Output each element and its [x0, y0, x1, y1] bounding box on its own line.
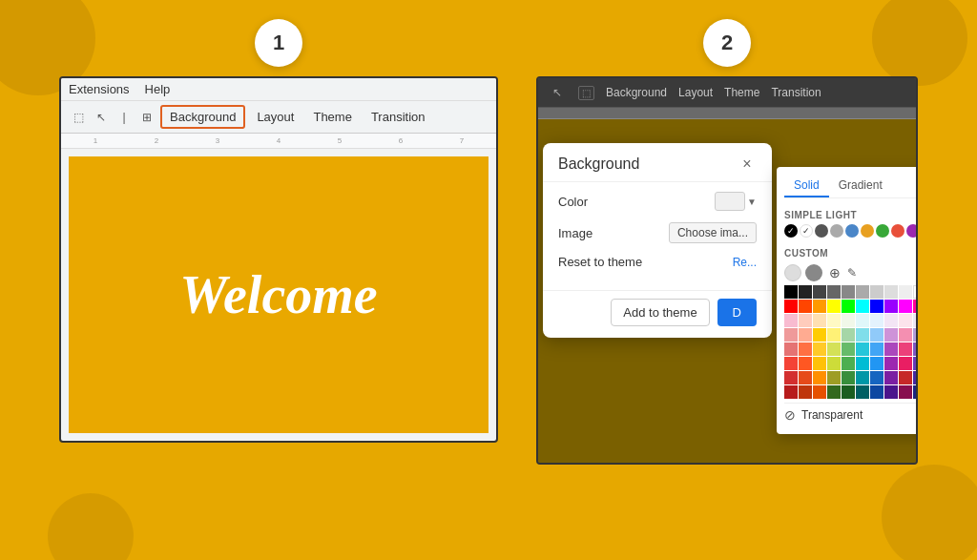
grid-swatch[interactable] [870, 385, 883, 399]
grid-swatch[interactable] [827, 385, 841, 399]
grid-swatch[interactable] [827, 371, 841, 384]
grid-swatch[interactable] [913, 300, 918, 313]
tab-gradient[interactable]: Gradient [829, 175, 892, 197]
grid-swatch[interactable] [856, 328, 869, 342]
grid-swatch[interactable] [899, 300, 912, 313]
grid-swatch[interactable] [827, 342, 841, 356]
grid-swatch[interactable] [913, 328, 918, 342]
grid-swatch[interactable] [842, 285, 855, 299]
grid-swatch[interactable] [913, 285, 918, 299]
swatch-dark-gray[interactable] [815, 224, 828, 238]
grid-swatch[interactable] [856, 385, 869, 399]
grid-swatch[interactable] [870, 314, 883, 327]
grid-swatch[interactable] [799, 371, 812, 384]
grid-swatch[interactable] [799, 285, 812, 299]
grid-swatch[interactable] [813, 285, 826, 299]
color-preview[interactable] [715, 192, 745, 211]
grid-swatch[interactable] [813, 342, 826, 356]
grid-swatch[interactable] [799, 357, 812, 370]
grid-swatch[interactable] [913, 342, 918, 356]
layout-button[interactable]: Layout [249, 107, 301, 127]
grid-swatch[interactable] [884, 371, 898, 384]
grid-swatch[interactable] [827, 285, 841, 299]
grid-swatch[interactable] [799, 385, 812, 399]
grid-swatch[interactable] [799, 314, 812, 327]
grid-swatch[interactable] [870, 357, 883, 370]
swatch-white[interactable]: ✓ [800, 224, 813, 238]
menu-extensions[interactable]: Extensions [69, 82, 130, 96]
grid-swatch[interactable] [784, 385, 798, 399]
grid-swatch[interactable] [799, 328, 812, 342]
grid-swatch[interactable] [856, 371, 869, 384]
grid-swatch[interactable] [813, 357, 826, 370]
grid-swatch[interactable] [842, 314, 855, 327]
done-button[interactable]: D [717, 299, 757, 326]
grid-swatch[interactable] [884, 285, 898, 299]
grid-swatch[interactable] [842, 342, 855, 356]
grid-swatch[interactable] [827, 357, 841, 370]
choose-image-button[interactable]: Choose ima... [669, 222, 757, 243]
theme-button[interactable]: Theme [305, 107, 359, 127]
grid-swatch[interactable] [884, 342, 898, 356]
grid-swatch[interactable] [884, 300, 898, 313]
color-dropdown-arrow[interactable]: ▼ [747, 197, 757, 207]
swatch-purple[interactable] [906, 224, 918, 238]
grid-swatch[interactable] [884, 314, 898, 327]
grid-swatch[interactable] [842, 385, 855, 399]
grid-swatch[interactable] [870, 342, 883, 356]
tab-solid[interactable]: Solid [784, 175, 829, 197]
swatch-red[interactable] [891, 224, 904, 238]
grid-swatch[interactable] [813, 328, 826, 342]
edit-custom-color-icon[interactable]: ✎ [847, 266, 857, 280]
background-button[interactable]: Background [160, 105, 245, 129]
grid-swatch[interactable] [799, 300, 812, 313]
grid-swatch[interactable] [784, 300, 798, 313]
swatch-blue[interactable] [845, 224, 859, 238]
grid-swatch[interactable] [813, 371, 826, 384]
grid-swatch[interactable] [899, 357, 912, 370]
grid-swatch[interactable] [856, 285, 869, 299]
grid-swatch[interactable] [784, 314, 798, 327]
add-theme-button[interactable]: Add to theme [611, 299, 709, 326]
grid-swatch[interactable] [856, 357, 869, 370]
grid-swatch[interactable] [813, 385, 826, 399]
right-menu-transition[interactable]: Transition [771, 86, 821, 99]
grid-swatch[interactable] [899, 328, 912, 342]
grid-swatch[interactable] [827, 314, 841, 327]
grid-swatch[interactable] [899, 371, 912, 384]
grid-swatch[interactable] [870, 328, 883, 342]
custom-swatch-1[interactable] [784, 264, 801, 281]
grid-swatch[interactable] [842, 328, 855, 342]
grid-swatch[interactable] [870, 371, 883, 384]
grid-swatch[interactable] [913, 357, 918, 370]
grid-swatch[interactable] [827, 328, 841, 342]
grid-swatch[interactable] [813, 314, 826, 327]
custom-swatch-2[interactable] [805, 264, 822, 281]
grid-swatch[interactable] [913, 314, 918, 327]
add-custom-color-button[interactable]: ⊕ [826, 264, 843, 281]
grid-swatch[interactable] [784, 328, 798, 342]
grid-swatch[interactable] [884, 385, 898, 399]
grid-swatch[interactable] [856, 300, 869, 313]
grid-swatch[interactable] [842, 300, 855, 313]
right-menu-layout[interactable]: Layout [678, 86, 713, 99]
grid-swatch[interactable] [784, 357, 798, 370]
swatch-black[interactable] [784, 224, 798, 238]
grid-swatch[interactable] [870, 285, 883, 299]
swatch-gray[interactable] [830, 224, 843, 238]
swatch-green[interactable] [876, 224, 889, 238]
grid-swatch[interactable] [884, 328, 898, 342]
grid-swatch[interactable] [899, 314, 912, 327]
grid-swatch[interactable] [913, 371, 918, 384]
reset-link[interactable]: Re... [733, 256, 757, 269]
grid-swatch[interactable] [856, 314, 869, 327]
grid-swatch[interactable] [784, 342, 798, 356]
grid-swatch[interactable] [899, 285, 912, 299]
grid-swatch[interactable] [884, 357, 898, 370]
right-menu-theme[interactable]: Theme [724, 86, 759, 99]
grid-swatch[interactable] [842, 371, 855, 384]
grid-swatch[interactable] [827, 300, 841, 313]
grid-swatch[interactable] [799, 342, 812, 356]
grid-swatch[interactable] [784, 285, 798, 299]
swatch-orange[interactable] [861, 224, 874, 238]
